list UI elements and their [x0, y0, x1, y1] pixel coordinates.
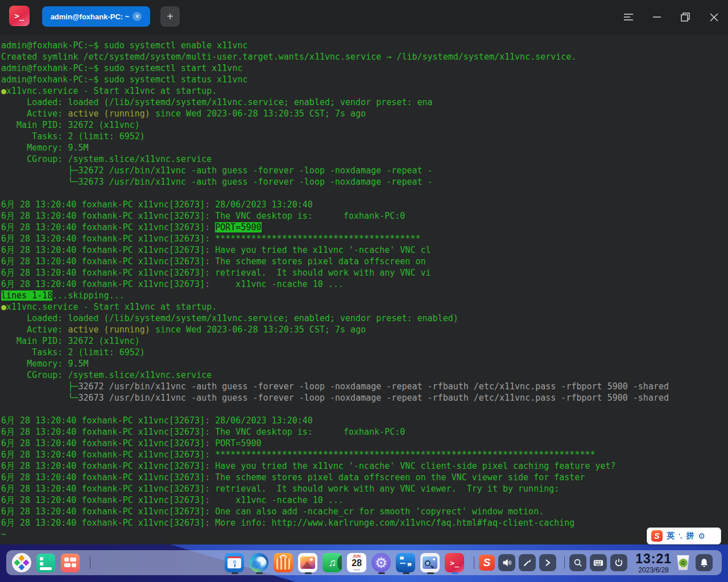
ime-settings-icon[interactable]: ⚙	[698, 531, 705, 541]
terminal-line	[1, 404, 728, 415]
terminal-window: >_ admin@foxhank-PC: ~ ✕ +	[0, 0, 728, 544]
calendar-day: 28	[351, 559, 362, 568]
running-indicator	[305, 572, 312, 574]
app-store-icon	[274, 553, 293, 572]
control-center-icon: ⚙	[371, 553, 391, 572]
tray-separator	[474, 556, 474, 569]
music-icon: ♫	[322, 553, 342, 572]
terminal-line: admin@foxhank-PC:~$ sudo systemctl enabl…	[1, 40, 728, 51]
terminal-line: Loaded: loaded (/lib/systemd/system/x11v…	[1, 313, 728, 324]
dock-item-screen-capture[interactable]	[420, 550, 440, 575]
dock-item-image-viewer[interactable]	[298, 550, 317, 575]
chevron-right-icon[interactable]	[539, 554, 556, 571]
window-controls	[614, 0, 728, 34]
dock-item-terminal[interactable]: >_	[445, 550, 464, 575]
notification-bell-icon[interactable]	[696, 554, 713, 571]
new-tab-button[interactable]: +	[160, 6, 180, 27]
terminal-line: admin@foxhank-PC:~$ sudo systemctl statu…	[1, 74, 728, 85]
volume-icon[interactable]	[498, 554, 515, 571]
terminal-line: Loaded: loaded (/lib/systemd/system/x11v…	[1, 97, 728, 108]
ime-pinyin-mode[interactable]: 拼	[686, 531, 694, 541]
dock-item-voice-notes[interactable]: ❝❞	[396, 550, 415, 575]
window-switcher-icon	[61, 554, 80, 572]
terminal-line: 6月 28 13:20:40 foxhank-PC x11vnc[32673]:…	[1, 483, 728, 494]
terminal-line: 6月 28 13:20:40 foxhank-PC x11vnc[32673]:…	[1, 256, 728, 267]
terminal-line: ├─32672 /usr/bin/x11vnc -auth guess -for…	[1, 165, 728, 176]
terminal-output[interactable]: admin@foxhank-PC:~$ sudo systemctl enabl…	[0, 34, 728, 540]
terminal-line: Created symlink /etc/systemd/system/mult…	[1, 51, 728, 63]
terminal-line: Tasks: 2 (limit: 6952)	[1, 131, 728, 142]
terminal-line: 6月 28 13:20:40 foxhank-PC x11vnc[32673]:…	[1, 472, 728, 483]
browser-icon	[249, 553, 268, 572]
onscreen-keyboard-icon[interactable]	[590, 554, 607, 571]
terminal-line: Main PID: 32672 (x11vnc)	[1, 119, 728, 131]
sogou-logo-icon[interactable]: S	[651, 530, 663, 542]
dock-item-control-center[interactable]: ⚙	[371, 550, 391, 575]
ime-punctuation-mode[interactable]: ’,	[679, 533, 682, 539]
recycle-icon: ♻	[679, 559, 688, 567]
system-tray: S 13:21 2023/6/28	[469, 552, 716, 573]
terminal-line	[1, 188, 728, 199]
terminal-line: ├─32672 /usr/bin/x11vnc -auth guess -for…	[1, 381, 728, 392]
terminal-line: Memory: 9.5M	[1, 358, 728, 369]
dock-item-calendar[interactable]: JUN 28 wed	[347, 550, 366, 575]
launcher-button[interactable]	[12, 550, 31, 575]
terminal-tab-title: admin@foxhank-PC: ~	[51, 13, 130, 21]
trash-icon[interactable]: ♻	[676, 555, 690, 570]
terminal-line: 6月 28 13:20:40 foxhank-PC x11vnc[32673]:…	[1, 449, 728, 460]
tray-separator	[564, 556, 565, 569]
minimize-icon[interactable]	[643, 6, 671, 28]
terminal-line: lines 1-18...skipping...	[1, 290, 728, 301]
terminal-line: 6月 28 13:20:40 foxhank-PC x11vnc[32673]:…	[1, 460, 728, 472]
maximize-icon[interactable]	[671, 6, 700, 28]
dock-item-browser[interactable]	[249, 550, 268, 575]
clock[interactable]: 13:21 2023/6/28	[635, 552, 672, 573]
image-viewer-icon	[298, 553, 317, 572]
terminal-line: 6月 28 13:20:40 foxhank-PC x11vnc[32673]:…	[1, 222, 728, 233]
dock-separator	[90, 556, 90, 569]
terminal-line: └─32673 /usr/bin/x11vnc -auth guess -for…	[1, 392, 728, 404]
dock-item-app-store[interactable]	[274, 550, 293, 575]
terminal-line: Active: active (running) since Wed 2023-…	[1, 108, 728, 119]
multitasking-view-button[interactable]	[36, 550, 56, 575]
terminal-line: 6月 28 13:20:40 foxhank-PC x11vnc[32673]:…	[1, 233, 728, 244]
dock-item-file-manager[interactable]	[225, 550, 244, 575]
running-indicator	[427, 572, 434, 574]
terminal-line: └─32673 /usr/bin/x11vnc -auth guess -for…	[1, 176, 728, 188]
sogou-tray-icon[interactable]: S	[479, 555, 495, 571]
terminal-line: 6月 28 13:20:40 foxhank-PC x11vnc[32673]:…	[1, 267, 728, 278]
terminal-line: 6月 28 13:20:40 foxhank-PC x11vnc[32673]:…	[1, 426, 728, 438]
terminal-line: 6月 28 13:20:40 foxhank-PC x11vnc[32673]:…	[1, 278, 728, 290]
terminal-tab[interactable]: admin@foxhank-PC: ~ ✕	[42, 6, 150, 27]
tab-close-icon[interactable]: ✕	[133, 12, 142, 21]
terminal-line: CGroup: /system.slice/x11vnc.service	[1, 369, 728, 381]
running-indicator	[256, 572, 263, 574]
terminal-line: admin@foxhank-PC:~$ sudo systemctl start…	[1, 63, 728, 74]
terminal-line: Tasks: 2 (limit: 6952)	[1, 347, 728, 358]
clock-time: 13:21	[635, 552, 672, 566]
desktop: >_ admin@foxhank-PC: ~ ✕ +	[0, 0, 728, 582]
terminal-line: 6月 28 13:20:40 foxhank-PC x11vnc[32673]:…	[1, 199, 728, 210]
running-indicator	[403, 572, 410, 574]
search-icon[interactable]	[569, 554, 586, 571]
window-switcher-button[interactable]	[61, 550, 80, 575]
ime-language-mode[interactable]: 英	[667, 531, 675, 541]
multitasking-icon	[36, 554, 55, 572]
terminal-line: ~	[1, 529, 728, 540]
clock-date: 2023/6/28	[635, 567, 672, 573]
close-icon[interactable]	[700, 6, 728, 28]
brush-icon[interactable]	[519, 554, 536, 571]
terminal-line: ●x11vnc.service - Start x11vnc at startu…	[1, 85, 728, 97]
terminal-titlebar[interactable]: >_ admin@foxhank-PC: ~ ✕ +	[0, 0, 728, 34]
terminal-line: 6月 28 13:20:40 foxhank-PC x11vnc[32673]:…	[1, 415, 728, 426]
terminal-line: ●x11vnc.service - Start x11vnc at startu…	[1, 301, 728, 313]
screen-capture-icon	[420, 553, 440, 572]
terminal-line: CGroup: /system.slice/x11vnc.service	[1, 153, 728, 165]
input-method-bar[interactable]: S 英 ’, 拼 ⚙	[647, 527, 721, 544]
running-indicator	[231, 572, 238, 574]
power-icon[interactable]	[610, 554, 627, 571]
menu-icon[interactable]	[614, 6, 643, 28]
calendar-icon: JUN 28 wed	[347, 553, 366, 572]
terminal-line: Memory: 9.5M	[1, 142, 728, 153]
dock-item-music[interactable]: ♫	[322, 550, 342, 575]
